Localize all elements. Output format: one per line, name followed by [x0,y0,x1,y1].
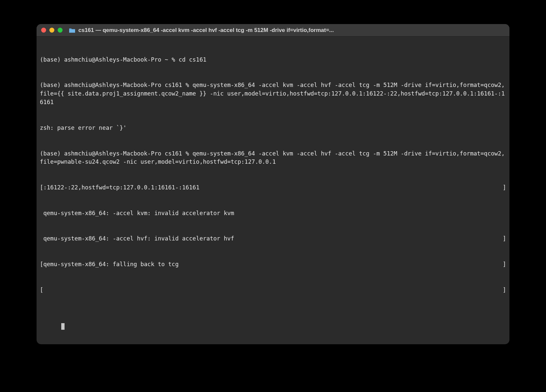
maximize-icon[interactable] [58,28,63,33]
terminal-line: [ ] [40,286,506,294]
traffic-lights [41,28,63,33]
window-title: cs161 — qemu-system-x86_64 -accel kvm -a… [78,27,505,34]
close-icon[interactable] [41,28,46,33]
terminal-line: [qemu-system-x86_64: -accel kvm: invalid… [40,209,506,218]
cursor [61,323,65,330]
terminal-line: (base) ashmchiu@Ashleys-Macbook-Pro cs16… [40,150,506,167]
terminal-body[interactable]: (base) ashmchiu@Ashleys-Macbook-Pro ~ % … [37,37,509,344]
folder-icon [68,27,76,33]
terminal-line: [qemu-system-x86_64: falling back to tcg… [40,260,506,269]
terminal-line: [:16122-:22,hostfwd=tcp:127.0.0.1:16161-… [40,183,506,192]
terminal-line: (base) ashmchiu@Ashleys-Macbook-Pro ~ % … [40,56,506,64]
titlebar[interactable]: cs161 — qemu-system-x86_64 -accel kvm -a… [37,24,509,37]
minimize-icon[interactable] [49,28,54,33]
terminal-line: [qemu-system-x86_64: -accel hvf: invalid… [40,235,506,243]
terminal-line: zsh: parse error near `}' [40,124,506,132]
terminal-window: cs161 — qemu-system-x86_64 -accel kvm -a… [37,24,509,344]
terminal-line: (base) ashmchiu@Ashleys-Macbook-Pro cs16… [40,81,506,107]
